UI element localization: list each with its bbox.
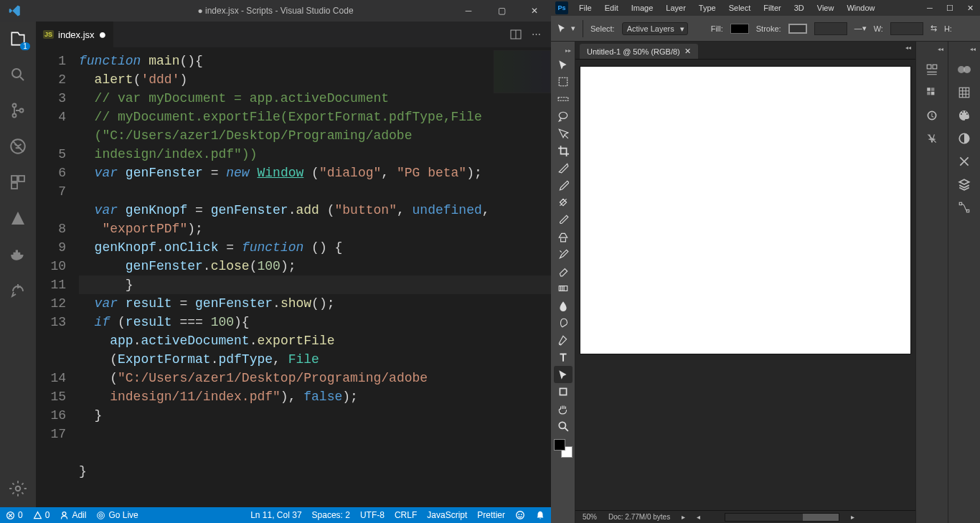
- status-golive[interactable]: Go Live: [96, 510, 138, 520]
- status-warnings[interactable]: 0: [33, 510, 50, 520]
- menu-window[interactable]: Window: [840, 4, 881, 12]
- scroll-left-icon[interactable]: ◂: [697, 513, 700, 521]
- marquee-row-tool[interactable]: [554, 90, 573, 108]
- menu-select[interactable]: Select: [722, 4, 758, 12]
- maximize-button[interactable]: ▢: [485, 0, 518, 22]
- swatches-panel-icon[interactable]: [954, 62, 974, 77]
- dodge-tool[interactable]: [554, 314, 573, 331]
- stroke-width-field[interactable]: [814, 22, 847, 35]
- ps-maximize-button[interactable]: ☐: [940, 4, 960, 13]
- clone-tool[interactable]: [554, 228, 573, 245]
- doc-panel-expand-icon[interactable]: ◂◂: [905, 44, 911, 51]
- pen-tool[interactable]: [554, 331, 573, 349]
- tab-index-jsx[interactable]: JS index.jsx ●: [36, 22, 114, 47]
- gradient-tool[interactable]: [554, 280, 573, 297]
- split-editor-icon[interactable]: [510, 29, 522, 40]
- menu-file[interactable]: File: [573, 4, 598, 12]
- status-language[interactable]: JavaScript: [427, 510, 467, 520]
- select-layers-dropdown[interactable]: Active Layers: [622, 22, 688, 35]
- crop-tool[interactable]: [554, 142, 573, 159]
- type-tool[interactable]: [554, 349, 573, 366]
- panel-expand-icon-2[interactable]: ◂◂: [948, 46, 980, 55]
- brush-tool[interactable]: [554, 211, 573, 228]
- status-bell-icon[interactable]: [535, 510, 545, 520]
- close-button[interactable]: ✕: [518, 0, 551, 22]
- menu-edit[interactable]: Edit: [598, 4, 625, 12]
- minimap[interactable]: [494, 50, 551, 93]
- minimize-button[interactable]: ─: [452, 0, 485, 22]
- menu-type[interactable]: Type: [692, 4, 722, 12]
- quick-select-tool[interactable]: [554, 125, 573, 142]
- menu-view[interactable]: View: [811, 4, 841, 12]
- link-wh-icon[interactable]: ⇆: [930, 24, 937, 33]
- search-icon[interactable]: [8, 65, 28, 85]
- slice-tool[interactable]: [554, 159, 573, 176]
- doc-info[interactable]: Doc: 2.77M/0 bytes: [608, 513, 670, 521]
- ps-minimize-button[interactable]: ─: [920, 4, 940, 13]
- fill-swatch[interactable]: [730, 24, 749, 34]
- shape-tool[interactable]: [554, 383, 573, 400]
- foreground-color[interactable]: [554, 439, 565, 451]
- canvas[interactable]: [580, 67, 910, 354]
- menu-filter[interactable]: Filter: [757, 4, 787, 12]
- path-tool[interactable]: [554, 366, 573, 383]
- extensions-icon[interactable]: [8, 172, 28, 192]
- stroke-swatch[interactable]: [788, 24, 807, 34]
- document-tab-close-icon[interactable]: ✕: [684, 47, 691, 56]
- menu-layer[interactable]: Layer: [659, 4, 692, 12]
- patch-tool[interactable]: [554, 194, 573, 211]
- foreground-background-swatch[interactable]: [554, 439, 573, 458]
- move-tool-indicator[interactable]: ▾: [557, 23, 575, 34]
- scroll-right-icon[interactable]: ▸: [851, 513, 854, 521]
- properties-panel-icon[interactable]: [922, 108, 942, 123]
- status-encoding[interactable]: UTF-8: [360, 510, 385, 520]
- more-actions-icon[interactable]: ⋯: [532, 29, 541, 40]
- settings-gear-icon[interactable]: [8, 479, 28, 499]
- status-feedback-icon[interactable]: [515, 510, 525, 520]
- history-brush-tool[interactable]: [554, 245, 573, 263]
- document-tab[interactable]: Untitled-1 @ 50% (RGB/8) ✕: [580, 44, 698, 59]
- layers-panel-icon[interactable]: [954, 176, 974, 192]
- hand-tool[interactable]: [554, 400, 573, 418]
- explorer-icon[interactable]: 1: [8, 29, 28, 49]
- status-eol[interactable]: CRLF: [395, 510, 417, 520]
- horizontal-scrollbar[interactable]: [725, 513, 839, 522]
- zoom-level[interactable]: 50%: [583, 513, 597, 521]
- libraries-panel-icon[interactable]: [954, 108, 974, 123]
- liveshare-icon[interactable]: [8, 280, 28, 300]
- status-spaces[interactable]: Spaces: 2: [312, 510, 350, 520]
- eyedropper-tool[interactable]: [554, 176, 573, 194]
- lasso-tool[interactable]: [554, 108, 573, 125]
- toolbar-expand-icon[interactable]: ▸▸: [552, 46, 574, 55]
- history-panel-icon[interactable]: [922, 62, 942, 77]
- status-user[interactable]: Adil: [60, 510, 86, 520]
- glyphs-panel-icon[interactable]: [922, 131, 942, 146]
- ps-close-button[interactable]: ✕: [960, 4, 980, 13]
- color-panel-icon[interactable]: [922, 85, 942, 100]
- code-area[interactable]: function main(){ alert('ddd') // var myD…: [79, 47, 551, 507]
- status-position[interactable]: Ln 11, Col 37: [250, 510, 301, 520]
- eraser-tool[interactable]: [554, 263, 573, 280]
- width-field[interactable]: [890, 22, 923, 35]
- debug-disabled-icon[interactable]: [8, 136, 28, 156]
- zoom-tool[interactable]: [554, 418, 573, 435]
- code-editor[interactable]: 1234567891011121314151617 function main(…: [36, 47, 551, 507]
- source-control-icon[interactable]: [8, 100, 28, 121]
- canvas-viewport[interactable]: [575, 59, 915, 510]
- channels-panel-icon[interactable]: [954, 154, 974, 169]
- panel-expand-icon[interactable]: ◂◂: [916, 46, 948, 55]
- status-formatter[interactable]: Prettier: [477, 510, 505, 520]
- menu-3d[interactable]: 3D: [788, 4, 811, 12]
- status-errors[interactable]: 0: [6, 510, 23, 520]
- docker-icon[interactable]: [8, 244, 28, 264]
- move-tool[interactable]: [554, 56, 573, 73]
- doc-info-arrow-icon[interactable]: ▸: [682, 513, 685, 521]
- adjustments-panel-icon[interactable]: [954, 131, 974, 146]
- swatches-grid-icon[interactable]: [954, 85, 974, 100]
- paths-panel-icon[interactable]: [954, 199, 974, 215]
- menu-image[interactable]: Image: [625, 4, 660, 12]
- azure-icon[interactable]: [8, 208, 28, 228]
- blur-tool[interactable]: [554, 297, 573, 314]
- svg-point-15: [517, 512, 524, 519]
- marquee-tool[interactable]: [554, 73, 573, 90]
